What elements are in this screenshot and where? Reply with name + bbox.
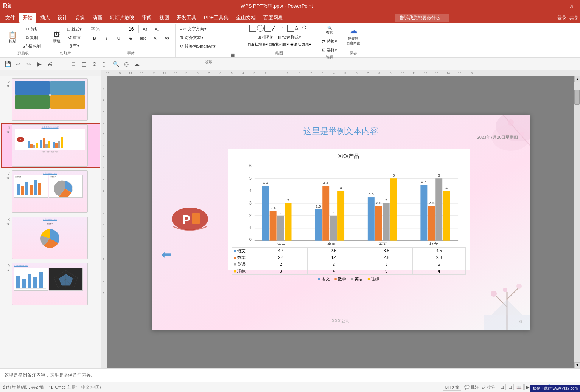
- find-button[interactable]: 🔍 查找: [324, 25, 335, 36]
- menu-review[interactable]: 审阅: [138, 13, 155, 23]
- main-slide[interactable]: 这里是举例文本内容 2023年7月20日星期四 P ⬅: [152, 115, 530, 330]
- save-baidu-button[interactable]: ☁ 保存到百度网盘: [345, 25, 362, 46]
- normal-view-button[interactable]: ⊞: [499, 384, 506, 390]
- scroll-up-button[interactable]: ▲: [574, 76, 580, 82]
- qa-extra2[interactable]: ◫: [79, 59, 89, 68]
- layout-button[interactable]: □ 版式▾: [66, 25, 83, 33]
- slide-title[interactable]: 这里是举例文本内容: [303, 126, 378, 137]
- qa-extra4[interactable]: ⬚: [101, 59, 110, 68]
- align-right-button[interactable]: ≡: [203, 51, 214, 59]
- menu-baidu[interactable]: 百度网盘: [260, 13, 287, 23]
- reset-button[interactable]: ↺ 重置: [66, 34, 83, 41]
- scroll-down-button[interactable]: ▼: [574, 362, 580, 368]
- align-left-button[interactable]: ≡: [179, 51, 190, 59]
- share-button[interactable]: 共享: [569, 15, 578, 21]
- right-scrollbar[interactable]: ▲ ▼: [574, 76, 580, 368]
- input-mode[interactable]: CH ∂ 简: [443, 384, 461, 391]
- font-highlight-button[interactable]: A▾: [162, 34, 173, 42]
- slide-item-6[interactable]: 6 ★ 这里是举例文本内容 P: [2, 124, 100, 167]
- shape-more[interactable]: [287, 25, 294, 32]
- slide-item-9[interactable]: 9 ★ 这里是举例文本内容: [2, 262, 100, 306]
- justify-button[interactable]: ≡: [215, 51, 226, 59]
- shape-rrect[interactable]: [264, 25, 271, 32]
- shape-line[interactable]: ╱: [272, 25, 279, 32]
- bold-button[interactable]: B: [89, 34, 100, 42]
- menu-design[interactable]: 设计: [54, 13, 71, 23]
- qa-extra6[interactable]: ◎: [122, 59, 131, 68]
- menu-view[interactable]: 视图: [155, 13, 173, 23]
- menu-home[interactable]: 开始: [19, 13, 36, 23]
- columns-button[interactable]: ▦: [227, 51, 238, 59]
- present-button[interactable]: ▶: [35, 59, 44, 68]
- cut-button[interactable]: ✂ 剪切: [22, 25, 42, 33]
- slide-item-7[interactable]: 7 ★ 这里是举例文本内容 器械销售: [2, 170, 100, 214]
- section-button[interactable]: § 节▾: [66, 42, 83, 50]
- font-name-input[interactable]: [89, 25, 123, 33]
- decrease-font-button[interactable]: A↓: [152, 25, 163, 33]
- login-button[interactable]: 登录: [557, 15, 566, 21]
- slide-num-7: 7: [4, 171, 10, 176]
- quick-styles-button[interactable]: ◧ 快速样式▾: [276, 33, 303, 41]
- paste-button[interactable]: 📋 粘贴: [4, 30, 21, 45]
- shape-circle[interactable]: [257, 25, 264, 32]
- arrange-button[interactable]: ⊞ 排列▾: [256, 33, 274, 41]
- menu-insert[interactable]: 插入: [36, 13, 54, 23]
- qa-extra5[interactable]: 🔍: [111, 59, 120, 68]
- menu-transitions[interactable]: 切换: [71, 13, 89, 23]
- italic-button[interactable]: I: [101, 34, 112, 42]
- align-text-button[interactable]: ⇅ 对齐文本▾: [179, 34, 205, 41]
- font-color-button[interactable]: A: [149, 34, 161, 42]
- save-quick-button[interactable]: 💾: [3, 59, 12, 68]
- shape-rect[interactable]: [249, 25, 256, 32]
- replace-button[interactable]: ⇄ 替换▾: [320, 37, 339, 45]
- ppt-logo[interactable]: P: [171, 206, 209, 232]
- qa-extra1[interactable]: □: [69, 59, 78, 68]
- redo-button[interactable]: ↪: [24, 59, 33, 68]
- strikethrough-button[interactable]: S: [125, 34, 137, 42]
- svg-text:·7: ·7: [207, 71, 210, 75]
- chart-container[interactable]: XXX产品 6 5 4 3 2 1 0: [228, 149, 470, 270]
- more-quick-button[interactable]: ⋯: [56, 59, 65, 68]
- underline-button[interactable]: U: [113, 34, 124, 42]
- menu-pdftools[interactable]: PDF工具集: [200, 13, 232, 23]
- shape-triangle[interactable]: △: [295, 25, 302, 32]
- comment-button[interactable]: 💬 批注: [464, 384, 479, 390]
- scroll-thumb[interactable]: [574, 90, 580, 105]
- view-buttons: ⊞ ⊟ 📖 ▶: [499, 384, 531, 390]
- shape-pentagon[interactable]: ⬠: [302, 25, 309, 32]
- font-size-input[interactable]: [124, 25, 139, 33]
- menu-animations[interactable]: 动画: [89, 13, 106, 23]
- qa-extra3[interactable]: ⊙: [90, 59, 99, 68]
- menu-jinshan[interactable]: 金山文档: [232, 13, 260, 23]
- align-center-button[interactable]: ≡: [191, 51, 202, 59]
- undo-button[interactable]: ↩: [14, 59, 23, 68]
- new-slide-button[interactable]: 🖼 新建: [48, 30, 65, 45]
- annotation-button[interactable]: 🖊 批注: [482, 384, 496, 390]
- slide-item-5[interactable]: 5 ★: [2, 77, 100, 121]
- qa-extra7[interactable]: ☁: [132, 59, 142, 68]
- select-button[interactable]: ⊡ 选择▾: [320, 46, 339, 54]
- reading-view-button[interactable]: 📖: [515, 384, 524, 390]
- menu-devtools[interactable]: 开发工具: [173, 13, 200, 23]
- notes-bar[interactable]: 这里是举例备注内容，这里是举例备注内容。: [0, 368, 580, 382]
- menu-file[interactable]: 文件: [2, 13, 19, 23]
- svg-text:5: 5: [392, 173, 395, 177]
- shape-arrow[interactable]: →: [280, 25, 286, 32]
- minimize-button[interactable]: －: [542, 2, 553, 10]
- increase-font-button[interactable]: A↑: [140, 25, 151, 33]
- menu-slideshow[interactable]: 幻灯片放映: [106, 13, 138, 23]
- slide-arrow[interactable]: ⬅: [161, 247, 171, 262]
- convert-smartart-button[interactable]: ⟳ 转换为SmartArt▾: [179, 42, 217, 50]
- search-bar[interactable]: 告诉我您想要做什么...: [395, 14, 449, 22]
- subscript-button[interactable]: abc: [137, 34, 149, 42]
- text-direction-button[interactable]: ≡⇔ 文字方向▾: [179, 25, 208, 33]
- svg-point-90: [520, 132, 524, 136]
- maximize-button[interactable]: □: [554, 2, 565, 10]
- canvas-area[interactable]: 这里是举例文本内容 2023年7月20日星期四 P ⬅: [107, 76, 574, 368]
- format-painter-button[interactable]: 🖌 格式刷: [22, 42, 42, 50]
- close-button[interactable]: ✕: [566, 2, 577, 10]
- copy-button[interactable]: ⧉ 复制: [22, 34, 42, 41]
- slide-item-8[interactable]: 8 ★ 这里是举例文本内容 圆形图表: [2, 216, 100, 260]
- print-preview-button[interactable]: 🖨: [45, 59, 54, 68]
- slide-sorter-button[interactable]: ⊟: [507, 384, 514, 390]
